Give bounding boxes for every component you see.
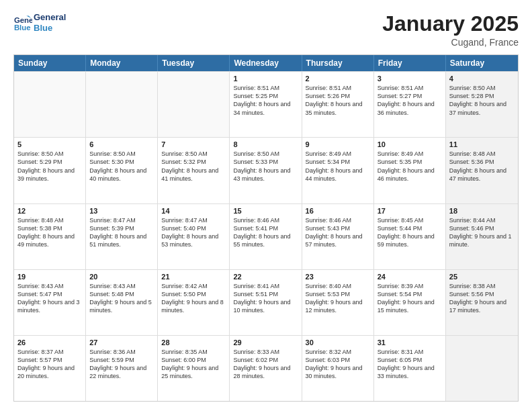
cell-info: Sunrise: 8:47 AM Sunset: 5:39 PM Dayligh… (89, 216, 154, 249)
cell-info: Sunrise: 8:50 AM Sunset: 5:32 PM Dayligh… (161, 150, 226, 183)
calendar-cell: 13Sunrise: 8:47 AM Sunset: 5:39 PM Dayli… (86, 204, 158, 269)
calendar-cell: 16Sunrise: 8:46 AM Sunset: 5:43 PM Dayli… (302, 204, 374, 269)
calendar-cell (446, 336, 518, 401)
day-number: 23 (306, 273, 370, 281)
calendar: SundayMondayTuesdayWednesdayThursdayFrid… (13, 54, 519, 402)
calendar-cell: 14Sunrise: 8:47 AM Sunset: 5:40 PM Dayli… (158, 204, 230, 269)
day-number: 20 (89, 273, 154, 281)
cell-info: Sunrise: 8:36 AM Sunset: 5:59 PM Dayligh… (89, 348, 154, 381)
calendar-cell (14, 72, 86, 137)
calendar-row: 5Sunrise: 8:50 AM Sunset: 5:29 PM Daylig… (14, 137, 518, 203)
logo: General Blue General Blue (13, 12, 66, 33)
cell-info: Sunrise: 8:51 AM Sunset: 5:25 PM Dayligh… (233, 84, 298, 117)
calendar-cell: 11Sunrise: 8:48 AM Sunset: 5:36 PM Dayli… (446, 138, 518, 203)
cell-info: Sunrise: 8:48 AM Sunset: 5:38 PM Dayligh… (17, 216, 82, 249)
day-number: 5 (17, 140, 82, 148)
cell-info: Sunrise: 8:31 AM Sunset: 6:05 PM Dayligh… (378, 348, 442, 381)
weekday-header: Monday (86, 55, 158, 71)
calendar-cell: 29Sunrise: 8:33 AM Sunset: 6:02 PM Dayli… (230, 336, 302, 401)
day-number: 26 (17, 338, 82, 347)
day-number: 7 (161, 140, 226, 148)
location: Cugand, France (382, 37, 519, 48)
day-number: 27 (89, 338, 154, 347)
svg-text:Blue: Blue (14, 23, 31, 31)
cell-info: Sunrise: 8:50 AM Sunset: 5:33 PM Dayligh… (233, 150, 298, 183)
calendar-row: 12Sunrise: 8:48 AM Sunset: 5:38 PM Dayli… (14, 203, 518, 269)
cell-info: Sunrise: 8:50 AM Sunset: 5:29 PM Dayligh… (17, 150, 82, 183)
cell-info: Sunrise: 8:37 AM Sunset: 5:57 PM Dayligh… (17, 348, 82, 381)
day-number: 6 (89, 140, 154, 148)
calendar-cell (158, 72, 230, 137)
cell-info: Sunrise: 8:44 AM Sunset: 5:46 PM Dayligh… (449, 216, 515, 249)
calendar-cell: 26Sunrise: 8:37 AM Sunset: 5:57 PM Dayli… (14, 336, 86, 401)
calendar-cell: 20Sunrise: 8:43 AM Sunset: 5:48 PM Dayli… (86, 270, 158, 335)
day-number: 29 (233, 338, 298, 347)
calendar-cell: 3Sunrise: 8:51 AM Sunset: 5:27 PM Daylig… (374, 72, 446, 137)
cell-info: Sunrise: 8:43 AM Sunset: 5:48 PM Dayligh… (89, 282, 154, 315)
title-block: January 2025 Cugand, France (382, 12, 519, 48)
page: General Blue General Blue January 2025 C… (0, 0, 532, 411)
cell-info: Sunrise: 8:51 AM Sunset: 5:27 PM Dayligh… (378, 84, 442, 117)
logo-line2: Blue (34, 23, 66, 34)
day-number: 10 (378, 140, 442, 148)
calendar-cell (86, 72, 158, 137)
day-number: 15 (233, 207, 298, 215)
weekday-header: Thursday (302, 55, 374, 71)
calendar-cell: 24Sunrise: 8:39 AM Sunset: 5:54 PM Dayli… (374, 270, 446, 335)
calendar-body: 1Sunrise: 8:51 AM Sunset: 5:25 PM Daylig… (14, 71, 518, 401)
weekday-header: Sunday (14, 55, 86, 71)
day-number: 22 (233, 273, 298, 281)
day-number: 1 (233, 75, 298, 83)
day-number: 9 (306, 140, 370, 148)
calendar-cell: 2Sunrise: 8:51 AM Sunset: 5:26 PM Daylig… (302, 72, 374, 137)
calendar-cell: 9Sunrise: 8:49 AM Sunset: 5:34 PM Daylig… (302, 138, 374, 203)
day-number: 24 (378, 273, 442, 281)
day-number: 16 (306, 207, 370, 215)
day-number: 30 (306, 338, 370, 347)
cell-info: Sunrise: 8:42 AM Sunset: 5:50 PM Dayligh… (161, 282, 226, 315)
logo-line1: General (34, 12, 66, 23)
cell-info: Sunrise: 8:39 AM Sunset: 5:54 PM Dayligh… (378, 282, 442, 315)
calendar-header: SundayMondayTuesdayWednesdayThursdayFrid… (14, 55, 518, 71)
weekday-header: Wednesday (230, 55, 302, 71)
calendar-cell: 12Sunrise: 8:48 AM Sunset: 5:38 PM Dayli… (14, 204, 86, 269)
calendar-row: 1Sunrise: 8:51 AM Sunset: 5:25 PM Daylig… (14, 71, 518, 137)
cell-info: Sunrise: 8:46 AM Sunset: 5:41 PM Dayligh… (233, 216, 298, 249)
logo-icon: General Blue (13, 13, 32, 32)
day-number: 17 (378, 207, 442, 215)
day-number: 25 (449, 273, 515, 281)
calendar-cell: 5Sunrise: 8:50 AM Sunset: 5:29 PM Daylig… (14, 138, 86, 203)
cell-info: Sunrise: 8:49 AM Sunset: 5:34 PM Dayligh… (306, 150, 370, 183)
calendar-row: 19Sunrise: 8:43 AM Sunset: 5:47 PM Dayli… (14, 269, 518, 335)
cell-info: Sunrise: 8:38 AM Sunset: 5:56 PM Dayligh… (449, 282, 515, 315)
day-number: 18 (449, 207, 515, 215)
day-number: 14 (161, 207, 226, 215)
weekday-header: Friday (374, 55, 446, 71)
calendar-cell: 30Sunrise: 8:32 AM Sunset: 6:03 PM Dayli… (302, 336, 374, 401)
cell-info: Sunrise: 8:46 AM Sunset: 5:43 PM Dayligh… (306, 216, 370, 249)
calendar-row: 26Sunrise: 8:37 AM Sunset: 5:57 PM Dayli… (14, 335, 518, 401)
month-title: January 2025 (382, 12, 519, 36)
calendar-cell: 10Sunrise: 8:49 AM Sunset: 5:35 PM Dayli… (374, 138, 446, 203)
calendar-cell: 28Sunrise: 8:35 AM Sunset: 6:00 PM Dayli… (158, 336, 230, 401)
calendar-cell: 8Sunrise: 8:50 AM Sunset: 5:33 PM Daylig… (230, 138, 302, 203)
calendar-cell: 6Sunrise: 8:50 AM Sunset: 5:30 PM Daylig… (86, 138, 158, 203)
cell-info: Sunrise: 8:48 AM Sunset: 5:36 PM Dayligh… (449, 150, 515, 183)
cell-info: Sunrise: 8:50 AM Sunset: 5:30 PM Dayligh… (89, 150, 154, 183)
calendar-cell: 17Sunrise: 8:45 AM Sunset: 5:44 PM Dayli… (374, 204, 446, 269)
calendar-cell: 18Sunrise: 8:44 AM Sunset: 5:46 PM Dayli… (446, 204, 518, 269)
cell-info: Sunrise: 8:50 AM Sunset: 5:28 PM Dayligh… (449, 84, 515, 117)
calendar-cell: 1Sunrise: 8:51 AM Sunset: 5:25 PM Daylig… (230, 72, 302, 137)
cell-info: Sunrise: 8:51 AM Sunset: 5:26 PM Dayligh… (306, 84, 370, 117)
calendar-cell: 25Sunrise: 8:38 AM Sunset: 5:56 PM Dayli… (446, 270, 518, 335)
cell-info: Sunrise: 8:32 AM Sunset: 6:03 PM Dayligh… (306, 348, 370, 381)
weekday-header: Saturday (446, 55, 518, 71)
calendar-cell: 31Sunrise: 8:31 AM Sunset: 6:05 PM Dayli… (374, 336, 446, 401)
header: General Blue General Blue January 2025 C… (13, 12, 519, 48)
day-number: 31 (378, 338, 442, 347)
cell-info: Sunrise: 8:43 AM Sunset: 5:47 PM Dayligh… (17, 282, 82, 315)
calendar-cell: 7Sunrise: 8:50 AM Sunset: 5:32 PM Daylig… (158, 138, 230, 203)
calendar-cell: 23Sunrise: 8:40 AM Sunset: 5:53 PM Dayli… (302, 270, 374, 335)
calendar-cell: 19Sunrise: 8:43 AM Sunset: 5:47 PM Dayli… (14, 270, 86, 335)
cell-info: Sunrise: 8:45 AM Sunset: 5:44 PM Dayligh… (378, 216, 442, 249)
